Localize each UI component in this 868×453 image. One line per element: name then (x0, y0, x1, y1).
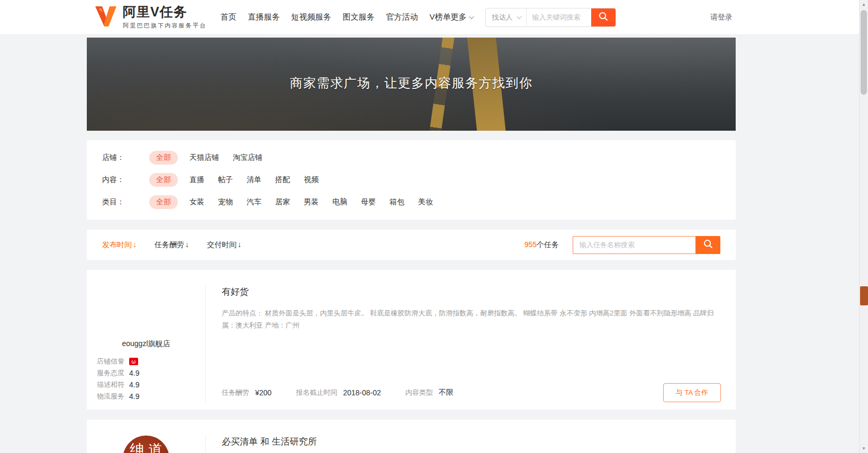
filter-option[interactable]: 直播 (189, 175, 204, 185)
store-avatar[interactable] (123, 286, 169, 332)
header-search-button[interactable] (591, 8, 616, 26)
deadline-value: 2018-08-02 (343, 388, 381, 397)
search-category-select[interactable]: 找达人 (486, 8, 527, 26)
cooperate-button[interactable]: 与 TA 合作 (663, 383, 721, 402)
scrollbar-down-arrow-icon[interactable]: ▼ (860, 444, 868, 453)
nav-item[interactable]: V榜单 (429, 12, 450, 22)
nav-item[interactable]: 首页 (220, 12, 236, 22)
nav-item[interactable]: 短视频服务 (291, 12, 331, 22)
rating-value: 4.9 (129, 380, 139, 389)
nav-item[interactable]: 直播服务 (248, 12, 279, 22)
nav-item-more[interactable]: 更多 (450, 12, 473, 22)
v-logo-icon (94, 6, 117, 29)
filter-option-selected[interactable]: 全部 (149, 173, 178, 187)
top-header: 阿里V任务 阿里巴巴旗下内容服务平台 首页直播服务短视频服务图文服务官方活动V榜… (0, 0, 868, 35)
task-count: 955个任务 (525, 240, 559, 250)
reward-value: ¥200 (255, 388, 272, 397)
store-ratings: 店铺信誉ω服务态度4.9描述相符4.9物流服务4.9 (97, 356, 205, 402)
task-title[interactable]: 必买清单 和 生活研究所 (222, 436, 721, 448)
header-search-input[interactable] (527, 8, 591, 26)
store-name[interactable]: eouggzl旗舰店 (87, 339, 205, 349)
chevron-down-icon (469, 14, 474, 19)
rating-label: 描述相符 (97, 380, 124, 389)
filter-option[interactable]: 宠物 (218, 197, 233, 207)
filter-option-selected[interactable]: 全部 (149, 151, 178, 165)
sort-bar: 发布时间↓任务酬劳↓交付时间↓ 955个任务 (87, 230, 736, 260)
filter-panel: 店铺：全部天猫店铺淘宝店铺内容：全部直播帖子清单搭配视频类目：全部女装宠物汽车居… (87, 140, 736, 220)
logo-title: 阿里V任务 (123, 5, 206, 19)
task-title[interactable]: 有好货 (222, 286, 721, 298)
content-type-value: 不限 (439, 388, 454, 397)
reward-label: 任务酬劳 (222, 388, 249, 397)
filter-option[interactable]: 箱包 (390, 197, 404, 207)
filter-option[interactable]: 美妆 (418, 197, 433, 207)
sort-items: 发布时间↓任务酬劳↓交付时间↓ (102, 240, 259, 250)
filter-row: 类目：全部女装宠物汽车居家男装电脑母婴箱包美妆 (102, 191, 720, 213)
header-search-box: 找达人 (485, 8, 616, 27)
avatar-seal-text: 绅道 (125, 441, 167, 453)
filter-label: 店铺： (102, 153, 149, 162)
task-count-number: 955 (525, 240, 537, 249)
task-search-box (573, 236, 720, 254)
task-content: 必买清单 和 生活研究所 绅道衣品 2013年入驻天猫 专注男士西裤 ，此款版型… (205, 436, 736, 453)
sort-desc-arrow-icon: ↓ (133, 240, 137, 249)
rating-value: 4.9 (129, 392, 139, 401)
site-logo[interactable]: 阿里V任务 阿里巴巴旗下内容服务平台 (94, 5, 206, 30)
sort-item[interactable]: 任务酬劳↓ (155, 240, 189, 250)
login-link[interactable]: 请登录 (710, 13, 733, 22)
search-icon (703, 239, 713, 251)
tmall-badge-icon: ω (129, 357, 138, 366)
store-rating-row: 店铺信誉ω (97, 356, 205, 367)
task-content: 有好货 产品的特点： 材质外面是头层，内里头层牛皮。 鞋底是橡胶防滑大底，防滑指… (205, 286, 736, 402)
store-column: 绅道 衣品 (87, 436, 205, 453)
filter-option[interactable]: 视频 (304, 175, 319, 185)
scrollbar-thumb[interactable] (861, 10, 867, 95)
filter-row: 店铺：全部天猫店铺淘宝店铺 (102, 147, 720, 169)
filter-option[interactable]: 男装 (304, 197, 319, 207)
filter-option[interactable]: 母婴 (361, 197, 376, 207)
sort-item[interactable]: 发布时间↓ (102, 240, 137, 250)
store-avatar[interactable]: 绅道 衣品 (123, 436, 169, 453)
store-rating-row: 服务态度4.9 (97, 367, 205, 379)
store-rating-row: 物流服务4.9 (97, 391, 205, 402)
sort-item[interactable]: 交付时间↓ (207, 240, 241, 250)
search-icon (598, 11, 609, 23)
filter-option[interactable]: 天猫店铺 (189, 153, 219, 162)
filter-label: 类目： (102, 197, 149, 207)
banner-title: 商家需求广场，让更多内容服务方找到你 (87, 75, 736, 92)
filter-row: 内容：全部直播帖子清单搭配视频 (102, 169, 720, 191)
filter-option[interactable]: 淘宝店铺 (233, 153, 263, 162)
store-rating-row: 描述相符4.9 (97, 379, 205, 391)
task-count-suffix: 个任务 (537, 240, 559, 249)
deadline-label: 报名截止时间 (296, 388, 337, 397)
hero-banner: 商家需求广场，让更多内容服务方找到你 (87, 38, 736, 131)
rating-label: 服务态度 (97, 368, 124, 378)
sort-desc-arrow-icon: ↓ (238, 240, 241, 249)
filter-option[interactable]: 帖子 (218, 175, 233, 185)
scrollbar[interactable]: ▲ ▼ (859, 0, 868, 453)
task-description: 产品的特点： 材质外面是头层，内里头层牛皮。 鞋底是橡胶防滑大底，防滑指数高，耐… (222, 307, 721, 331)
filter-option-selected[interactable]: 全部 (149, 195, 178, 209)
task-card: 绅道 衣品 必买清单 和 生活研究所 绅道衣品 2013年入驻天猫 专注男士西裤… (87, 420, 736, 453)
filter-option[interactable]: 居家 (275, 197, 290, 207)
nav-item[interactable]: 官方活动 (386, 12, 418, 22)
rating-value: 4.9 (129, 369, 139, 377)
filter-option[interactable]: 清单 (247, 175, 261, 185)
sort-desc-arrow-icon: ↓ (185, 240, 189, 249)
search-category-label: 找达人 (492, 13, 512, 22)
filter-label: 内容： (102, 175, 149, 185)
filter-option[interactable]: 女装 (189, 197, 204, 207)
task-search-button[interactable] (695, 236, 720, 254)
logo-subtitle: 阿里巴巴旗下内容服务平台 (123, 22, 206, 30)
filter-option[interactable]: 汽车 (247, 197, 261, 207)
task-search-input[interactable] (573, 236, 695, 254)
filter-option[interactable]: 搭配 (275, 175, 290, 185)
side-widget-marker[interactable] (860, 286, 868, 305)
filter-option[interactable]: 电脑 (332, 197, 347, 207)
rating-label: 店铺信誉 (97, 357, 124, 366)
scrollbar-up-arrow-icon[interactable]: ▲ (860, 0, 868, 9)
nav-item[interactable]: 图文服务 (342, 12, 374, 22)
svg-text:ω: ω (132, 359, 136, 365)
nav-more-label: 更多 (450, 12, 466, 22)
rating-label: 物流服务 (97, 392, 124, 401)
